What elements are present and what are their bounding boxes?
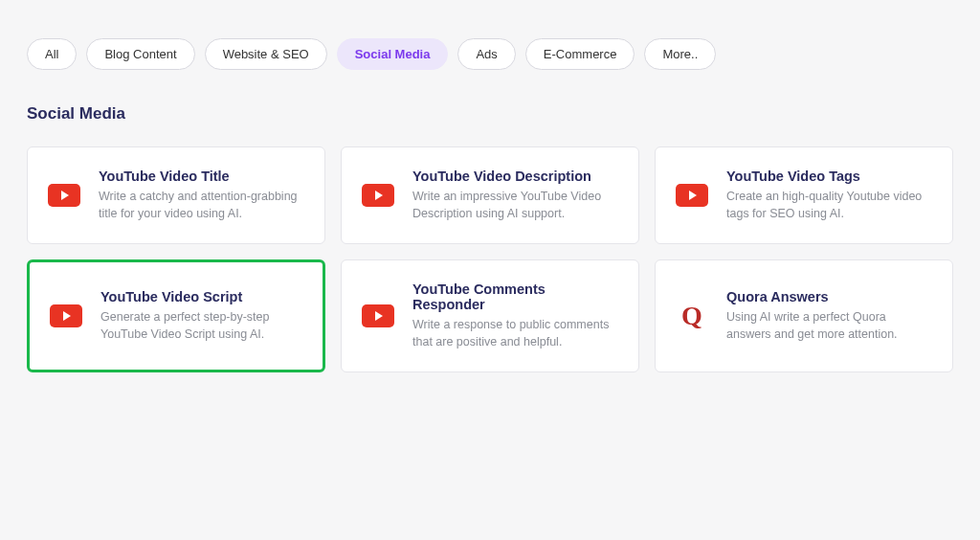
- card-description: Write a catchy and attention-grabbing ti…: [99, 189, 305, 222]
- tab-label: Social Media: [355, 47, 431, 61]
- card-title: YouTube Video Tags: [726, 169, 933, 184]
- tab-label: Ads: [476, 47, 497, 61]
- tab-all[interactable]: All: [27, 38, 77, 70]
- card-text: YouTube Comments Responder Write a respo…: [412, 281, 619, 350]
- tab-ads[interactable]: Ads: [457, 38, 515, 70]
- card-description: Using AI write a perfect Quora answers a…: [726, 309, 933, 343]
- tab-social-media[interactable]: Social Media: [337, 38, 449, 70]
- tab-more[interactable]: More..: [644, 38, 716, 70]
- youtube-icon: [675, 182, 709, 209]
- card-youtube-comments-responder[interactable]: YouTube Comments Responder Write a respo…: [341, 259, 639, 372]
- tab-label: Website & SEO: [223, 47, 309, 61]
- tab-e-commerce[interactable]: E-Commerce: [525, 38, 635, 70]
- card-text: YouTube Video Tags Create an high-qualit…: [726, 169, 933, 222]
- tab-blog-content[interactable]: Blog Content: [86, 38, 194, 70]
- card-description: Create an high-quality Youtube video tag…: [726, 189, 933, 222]
- card-youtube-video-title[interactable]: YouTube Video Title Write a catchy and a…: [27, 146, 325, 244]
- card-youtube-video-tags[interactable]: YouTube Video Tags Create an high-qualit…: [655, 146, 953, 244]
- tab-label: Blog Content: [104, 47, 176, 61]
- card-title: Quora Answers: [726, 289, 933, 304]
- category-tabs: All Blog Content Website & SEO Social Me…: [27, 38, 953, 70]
- card-description: Write a response to public comments that…: [412, 317, 619, 350]
- template-selection-page: All Blog Content Website & SEO Social Me…: [0, 0, 980, 372]
- youtube-icon: [361, 182, 395, 209]
- card-description: Generate a perfect step-by-step YouTube …: [100, 309, 303, 343]
- card-title: YouTube Comments Responder: [412, 281, 619, 312]
- tab-label: E-Commerce: [544, 47, 617, 61]
- card-text: YouTube Video Title Write a catchy and a…: [99, 169, 305, 222]
- card-text: Quora Answers Using AI write a perfect Q…: [726, 289, 933, 343]
- card-text: YouTube Video Description Write an impre…: [412, 169, 619, 222]
- card-youtube-video-script[interactable]: YouTube Video Script Generate a perfect …: [27, 259, 325, 372]
- card-title: YouTube Video Description: [412, 169, 619, 184]
- card-text: YouTube Video Script Generate a perfect …: [100, 289, 303, 343]
- quora-icon: Q: [675, 303, 709, 329]
- card-quora-answers[interactable]: Q Quora Answers Using AI write a perfect…: [655, 259, 953, 372]
- youtube-icon: [47, 182, 81, 209]
- youtube-icon: [49, 303, 83, 329]
- section-title: Social Media: [27, 104, 953, 124]
- youtube-icon: [361, 303, 395, 329]
- card-title: YouTube Video Title: [99, 169, 305, 184]
- card-youtube-video-description[interactable]: YouTube Video Description Write an impre…: [341, 146, 639, 244]
- tab-website-seo[interactable]: Website & SEO: [205, 38, 327, 70]
- card-description: Write an impressive YouTube Video Descri…: [412, 189, 619, 222]
- template-grid: YouTube Video Title Write a catchy and a…: [27, 146, 953, 372]
- card-title: YouTube Video Script: [100, 289, 303, 304]
- tab-label: More..: [662, 47, 698, 61]
- tab-label: All: [45, 47, 58, 61]
